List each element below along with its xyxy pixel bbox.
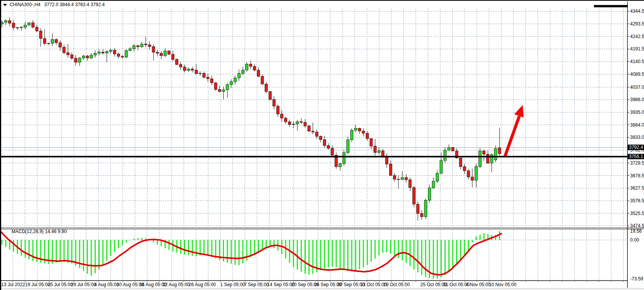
bid-price-badge: 3792.4 <box>628 145 644 150</box>
time-tick-label: 13 Jul 2022 <box>1 282 25 287</box>
macd-tick-label: 0.00 <box>630 237 639 243</box>
macd-indicator-label: MACD(12,26,9) 14.46 9.90 <box>12 229 67 234</box>
price-tick-label: 3474.5 <box>630 223 644 228</box>
price-tick-label: 4293.5 <box>630 21 644 27</box>
scrollbar-thumb[interactable] <box>594 5 628 7</box>
chart-window: CHINA300-,H4 3772.0 3844.4 3763.4 3792.4… <box>0 0 644 290</box>
price-tick-label: 3833.0 <box>630 135 644 140</box>
price-tick-label: 3576.5 <box>630 198 644 203</box>
trend-arrow[interactable] <box>505 105 524 156</box>
time-tick-label: 10 Nov 05:00 <box>489 282 516 287</box>
time-tick-label: 13 Oct 05:00 <box>360 282 387 287</box>
time-tick-label: 14 Sep 05:00 <box>267 282 294 287</box>
price-tick-label: 3884.0 <box>630 122 644 128</box>
price-tick-label: 4344.5 <box>630 8 644 14</box>
time-tick-label: 7 Sep 05:00 <box>244 282 269 287</box>
status-bar <box>0 288 644 290</box>
price-tick-label: 4242.5 <box>630 34 644 39</box>
time-tick-label: 22 Aug 05:00 <box>162 282 190 287</box>
time-tick-label: 26 Aug 05:00 <box>189 282 216 287</box>
price-tick-label: 3729.5 <box>630 160 644 166</box>
price-tick-label: 4089.5 <box>630 72 644 77</box>
price-tick-label: 4140.5 <box>630 59 644 64</box>
symbol-dropdown-icon[interactable] <box>3 4 7 6</box>
ohlc-values-label: 3772.0 3844.4 3763.4 3792.4 <box>44 2 105 7</box>
time-tick-label: 25 Jul 05:00 <box>48 282 73 287</box>
grid <box>1 8 627 280</box>
panel-borders <box>1 2 644 288</box>
price-tick-label: 3986.0 <box>630 97 644 102</box>
price-tick-label: 3678.5 <box>630 173 644 178</box>
hline-price-badge: 3755.1 <box>628 154 644 159</box>
time-tick-label: 4 Aug 05:00 <box>94 282 119 287</box>
time-tick-label: 4 Nov 05:00 <box>466 282 491 287</box>
price-tick-label: 3935.0 <box>630 110 644 115</box>
chart-canvas[interactable] <box>0 1 644 290</box>
symbol-header: CHINA300-,H4 3772.0 3844.4 3763.4 3792.4 <box>3 2 105 7</box>
window-left-border <box>0 1 1 290</box>
time-tick-label: 1 Sep 05:00 <box>220 282 245 287</box>
price-tick-label: 4191.5 <box>630 46 644 52</box>
candles <box>0 17 501 221</box>
time-tick-label: 19 Oct 05:00 <box>383 282 410 287</box>
time-tick-label: 29 Jul 05:00 <box>71 282 96 287</box>
time-tick-label: 19 Jul 05:00 <box>25 282 50 287</box>
price-tick-label: 4037.0 <box>630 85 644 90</box>
macd-tick-label: -73.59 <box>630 276 643 282</box>
macd-tick-label: 19.56 <box>630 228 642 234</box>
price-tick-label: 3627.5 <box>630 185 644 191</box>
symbol-period-label: CHINA300-,H4 <box>10 2 40 7</box>
price-tick-label: 3525.5 <box>630 211 644 216</box>
